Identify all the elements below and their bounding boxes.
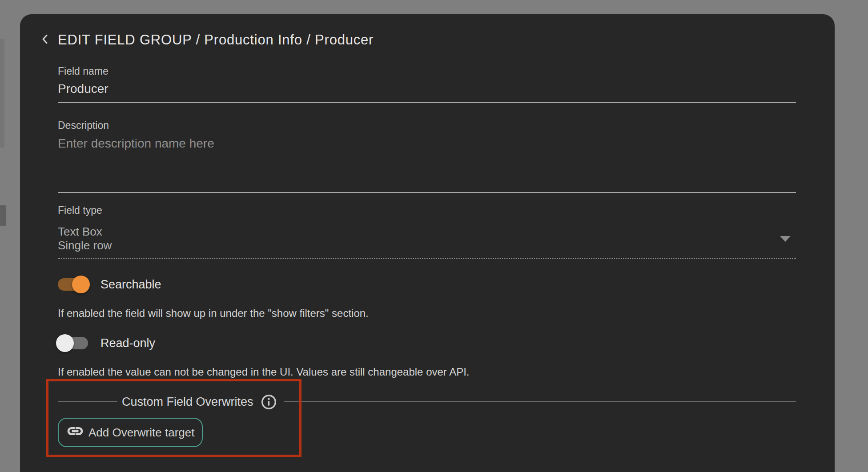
searchable-label: Searchable (100, 278, 161, 292)
read-only-helper-text: If enabled the value can not be changed … (58, 365, 796, 379)
divider-line (284, 401, 796, 402)
field-name-input[interactable] (58, 82, 796, 102)
searchable-row: Searchable (58, 274, 796, 295)
edit-field-group-panel: EDIT FIELD GROUP / Production Info / Pro… (20, 14, 835, 472)
toggle-thumb (72, 276, 90, 293)
field-name-label: Field name (58, 65, 796, 77)
description-input[interactable] (58, 136, 796, 192)
back-button[interactable] (36, 31, 54, 49)
field-type-label: Field type (58, 204, 796, 216)
field-type-group: Field type Text Box Single row (58, 204, 796, 259)
read-only-row: Read-only (58, 332, 796, 354)
page-title: EDIT FIELD GROUP / Production Info / Pro… (58, 32, 374, 48)
custom-field-overwrites-divider: Custom Field Overwrites (58, 393, 796, 411)
link-icon (66, 422, 84, 443)
description-underline (58, 136, 796, 193)
toggle-thumb (56, 334, 74, 352)
field-name-group: Field name (58, 65, 796, 103)
description-group: Description (58, 119, 796, 193)
caret-down-icon (780, 236, 791, 242)
read-only-toggle[interactable] (58, 337, 88, 349)
field-type-value-line2: Single row (58, 239, 796, 252)
custom-field-overwrites-title: Custom Field Overwrites (122, 395, 253, 409)
add-overwrite-target-label: Add Overwrite target (88, 426, 194, 440)
screen: EDIT FIELD GROUP / Production Info / Pro… (0, 0, 868, 472)
chevron-left-icon (39, 32, 52, 48)
add-overwrite-target-button[interactable]: Add Overwrite target (58, 418, 203, 447)
background-artifact (0, 205, 6, 226)
divider-line (58, 401, 117, 402)
field-type-value-line1: Text Box (58, 225, 796, 239)
info-icon[interactable] (261, 394, 277, 410)
read-only-label: Read-only (100, 336, 155, 350)
panel-header: EDIT FIELD GROUP / Production Info / Pro… (36, 31, 796, 49)
field-type-select[interactable]: Text Box Single row (58, 225, 796, 259)
field-name-underline (58, 82, 796, 103)
searchable-helper-text: If enabled the field will show up in und… (58, 307, 796, 320)
description-label: Description (58, 119, 796, 132)
searchable-toggle[interactable] (58, 278, 88, 291)
background-artifact (0, 39, 4, 148)
